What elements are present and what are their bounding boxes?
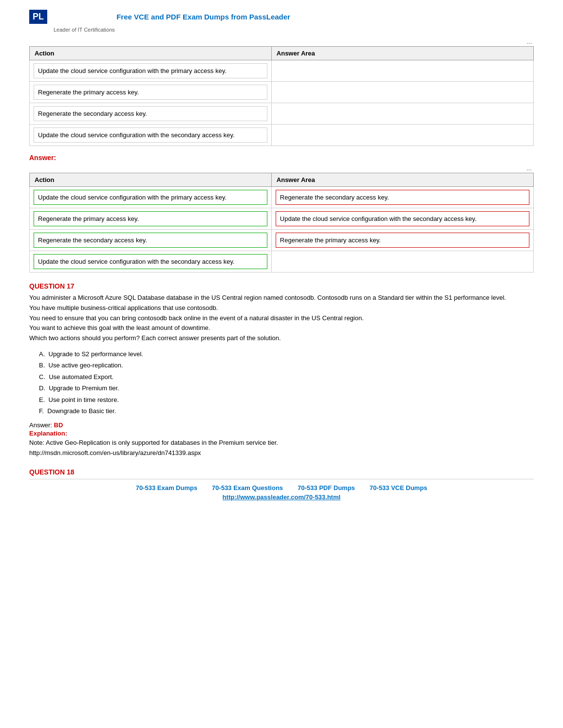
dots-1: ...	[29, 38, 534, 46]
option-a: A. Upgrade to S2 performance level.	[39, 348, 534, 360]
header-tagline: Free VCE and PDF Exam Dumps from PassLea…	[116, 13, 290, 21]
action-cell-1: Update the cloud service configuration w…	[30, 60, 272, 82]
table-row: Update the cloud service configuration w…	[30, 125, 534, 146]
action-cell-3: Regenerate the secondary access key.	[30, 103, 272, 125]
table-row: Regenerate the secondary access key.	[30, 103, 534, 125]
action-item-2: Regenerate the primary access key.	[34, 85, 267, 100]
answer-item-1: Regenerate the secondary access key.	[276, 190, 529, 205]
footer-url[interactable]: http://www.passleader.com/70-533.html	[29, 493, 534, 501]
action-cell-ans-2: Regenerate the primary access key.	[30, 208, 272, 230]
action-cell-2: Regenerate the primary access key.	[30, 82, 272, 103]
logo-box: PL	[29, 10, 47, 24]
answer-cell-3	[271, 103, 533, 125]
answer-cell-2	[271, 82, 533, 103]
action-item-ans-4: Update the cloud service configuration w…	[34, 254, 267, 269]
table-question: Action Answer Area Update the cloud serv…	[29, 46, 534, 146]
footer-link-4[interactable]: 70-533 VCE Dumps	[370, 484, 428, 491]
q17-options: A. Upgrade to S2 performance level. B. U…	[39, 348, 534, 417]
q17-answer-val: BD	[54, 421, 63, 429]
table-row: Update the cloud service configuration w…	[30, 251, 534, 273]
footer-link-3[interactable]: 70-533 PDF Dumps	[298, 484, 355, 491]
logo-leader: Leader	[74, 11, 109, 23]
action-item-ans-2: Regenerate the primary access key.	[34, 211, 267, 226]
logo-pass: Pass	[49, 11, 74, 23]
answer-cell-ans-3: Regenerate the primary access key.	[271, 230, 533, 251]
footer-url-link[interactable]: http://www.passleader.com/70-533.html	[223, 493, 340, 501]
option-c: C. Use automated Export.	[39, 371, 534, 382]
action-cell-ans-3: Regenerate the secondary access key.	[30, 230, 272, 251]
footer-links[interactable]: 70-533 Exam Dumps 70-533 Exam Questions …	[29, 484, 534, 491]
table-row: Regenerate the secondary access key. Reg…	[30, 230, 534, 251]
table-row: Update the cloud service configuration w…	[30, 60, 534, 82]
answer-cell-4	[271, 125, 533, 146]
q18-title: QUESTION 18	[29, 468, 534, 476]
header-subtitle: Leader of IT Certifications	[54, 27, 115, 33]
page-footer: 70-533 Exam Dumps 70-533 Exam Questions …	[29, 479, 534, 501]
table-row: Regenerate the primary access key.	[30, 82, 534, 103]
option-e: E. Use point in time restore.	[39, 394, 534, 405]
q17-line-2: You have multiple business-critical appl…	[29, 304, 218, 311]
action-item-ans-3: Regenerate the secondary access key.	[34, 233, 267, 248]
logo-reg: ®	[110, 16, 113, 21]
option-d: D. Upgrade to Premium tier.	[39, 382, 534, 394]
logo-pl: PL	[33, 12, 44, 21]
q17-line-1: You administer a Microsoft Azure SQL Dat…	[29, 294, 506, 301]
answer-item-2: Update the cloud service configuration w…	[276, 211, 529, 226]
action-item-4: Update the cloud service configuration w…	[34, 127, 267, 143]
action-item-3: Regenerate the secondary access key.	[34, 106, 267, 121]
action-item-1: Update the cloud service configuration w…	[34, 63, 267, 78]
dots-2: ...	[29, 164, 534, 173]
col-answer-header-2: Answer Area	[271, 173, 533, 187]
answer-item-3: Regenerate the primary access key.	[276, 233, 529, 248]
action-cell-4: Update the cloud service configuration w…	[30, 125, 272, 146]
option-f: F. Downgrade to Basic tier.	[39, 405, 534, 417]
table-row: Update the cloud service configuration w…	[30, 187, 534, 208]
q17-explanation-title: Explanation:	[29, 430, 534, 437]
footer-link-1[interactable]: 70-533 Exam Dumps	[136, 484, 197, 491]
col-action-header-2: Action	[30, 173, 272, 187]
answer-cell-ans-4	[271, 251, 533, 273]
action-cell-ans-4: Update the cloud service configuration w…	[30, 251, 272, 273]
col-action-header-1: Action	[30, 47, 272, 60]
q17-title: QUESTION 17	[29, 282, 534, 290]
page-header: PL PassLeader® Free VCE and PDF Exam Dum…	[29, 10, 534, 24]
q17-answer-line: Answer: BD	[29, 421, 534, 429]
q17-answer-prefix: Answer:	[29, 421, 54, 429]
footer-link-2[interactable]: 70-533 Exam Questions	[212, 484, 283, 491]
option-b: B. Use active geo-replication.	[39, 360, 534, 371]
table-answer: Action Answer Area Update the cloud serv…	[29, 173, 534, 273]
q17-body: You administer a Microsoft Azure SQL Dat…	[29, 293, 534, 344]
q17-line-4: You want to achieve this goal with the l…	[29, 324, 210, 331]
col-answer-header-1: Answer Area	[271, 47, 533, 60]
answer-cell-ans-1: Regenerate the secondary access key.	[271, 187, 533, 208]
q17-line-5: Which two actions should you perform? Ea…	[29, 334, 281, 342]
answer-cell-ans-2: Update the cloud service configuration w…	[271, 208, 533, 230]
action-item-ans-1: Update the cloud service configuration w…	[34, 190, 267, 205]
table-row: Regenerate the primary access key. Updat…	[30, 208, 534, 230]
action-cell-ans-1: Update the cloud service configuration w…	[30, 187, 272, 208]
q17-line-3: You need to ensure that you can bring co…	[29, 314, 364, 322]
q17-explanation-body: Note: Active Geo-Replication is only sup…	[29, 438, 534, 458]
answer-cell-1	[271, 60, 533, 82]
answer-label: Answer:	[29, 154, 534, 162]
